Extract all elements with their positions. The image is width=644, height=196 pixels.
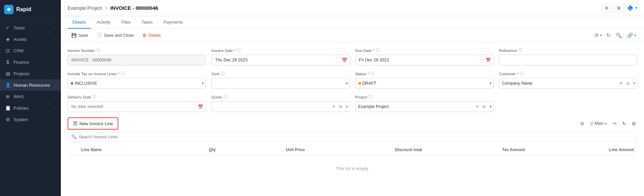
finance-icon: $ <box>5 59 11 65</box>
open-quote-btn[interactable]: ⧉ <box>337 104 344 109</box>
clear-quote-btn[interactable]: ✕ <box>330 104 337 109</box>
invoice-number-input[interactable] <box>68 55 206 65</box>
qty-col-header: Qty <box>172 145 219 155</box>
info-icon[interactable]: ⓘ <box>121 71 125 77</box>
rapid-logo-button[interactable]: ▾ <box>626 4 637 12</box>
human-resources-icon: 👤 <box>5 82 11 88</box>
due-date-input[interactable] <box>355 55 494 65</box>
refresh-lines-button[interactable]: ↻ <box>621 119 628 128</box>
breadcrumb-project[interactable]: Example Project <box>68 5 102 11</box>
status-select[interactable]: DRAFT ▾ <box>355 78 494 89</box>
table-row: This list is empty. <box>68 155 637 182</box>
select-dropdown-btn[interactable]: ▾ <box>488 104 493 109</box>
header-copy-button[interactable]: ⧉ <box>602 4 611 12</box>
chevron-icon: › <box>55 49 56 53</box>
customer-field: Customer * ⓘ Company Name ✕ ⧉ ▾ <box>499 71 637 89</box>
app-logo-text: Rapid <box>16 6 31 12</box>
invoice-date-input[interactable] <box>211 55 350 65</box>
link-icon: 🔗 <box>627 32 633 38</box>
info-icon[interactable]: ⓘ <box>221 71 225 77</box>
project-select[interactable]: Example Project ✕ ⧉ ▾ <box>355 101 494 112</box>
search-toolbar-button[interactable]: 🔍 <box>614 31 623 40</box>
top-header: Example Project > INVOICE - 00000046 ⧉ ⊞… <box>61 0 644 16</box>
edit-lines-button[interactable]: ✏ <box>612 119 618 128</box>
select-dropdown-btn[interactable]: ▾ <box>488 81 493 86</box>
select-dropdown-btn[interactable]: ▾ <box>344 104 350 109</box>
save-close-label: Save and Close <box>104 33 134 38</box>
info-icon[interactable]: ⓘ <box>368 94 373 100</box>
info-icon[interactable]: ⓘ <box>376 48 380 53</box>
form-row-3: Delivery Date ⓘ 📅 Quote ⓘ ✕ <box>68 94 637 112</box>
crm-icon: ⊡ <box>5 48 11 53</box>
status-label: Status * ⓘ <box>355 71 494 77</box>
info-icon[interactable]: ⓘ <box>518 48 522 53</box>
tab-tasks[interactable]: Tasks <box>137 16 157 29</box>
delivery-date-label: Delivery Date ⓘ <box>68 94 206 100</box>
sidebar-item-system-label: System <box>14 117 28 122</box>
delete-button[interactable]: 🗑 Delete <box>139 31 165 40</box>
tab-details[interactable]: Details <box>68 16 91 29</box>
sidebar-item-projects-label: Projects <box>14 71 29 76</box>
reference-input[interactable] <box>499 55 637 65</box>
header-grid-button[interactable]: ⊞ <box>614 4 624 12</box>
info-icon[interactable]: ⓘ <box>92 94 96 100</box>
required-marker: * <box>367 72 369 76</box>
sidebar-item-assets[interactable]: ◈ Assets › <box>0 33 61 45</box>
info-icon[interactable]: ⓘ <box>223 94 228 100</box>
tab-payments[interactable]: Payments <box>159 16 188 29</box>
open-project-btn[interactable]: ⧉ <box>481 104 487 109</box>
sidebar-item-projects[interactable]: ▤ Projects › <box>0 68 61 79</box>
save-close-button[interactable]: 📄 Save and Close <box>93 31 138 40</box>
sidebar-item-crm[interactable]: ⊡ CRM › <box>0 45 61 56</box>
sidebar-item-system[interactable]: ⚙ System › <box>0 114 61 125</box>
sent-select[interactable]: ▾ <box>211 78 350 89</box>
projects-icon: ▤ <box>5 71 11 76</box>
sidebar-item-whs[interactable]: ⊕ WHS › <box>0 91 61 102</box>
tabs-bar: Details Activity Files Tasks Payments <box>61 16 644 29</box>
refresh-button[interactable]: ↻ <box>605 31 612 40</box>
tab-activity[interactable]: Activity <box>92 16 115 29</box>
sidebar-item-policies[interactable]: 📋 Policies › <box>0 102 61 114</box>
sidebar-item-human-resources[interactable]: 👤 Human Resources › <box>0 79 61 91</box>
chevron-icon: › <box>55 60 56 64</box>
select-dropdown-btn[interactable]: ▾ <box>200 81 206 86</box>
drag-col-header <box>68 145 78 155</box>
include-tax-select[interactable]: INCLUSIVE ▾ <box>68 78 206 89</box>
search-lines-wrapper: 🔍 <box>68 132 637 141</box>
info-icon[interactable]: ⓘ <box>96 48 100 53</box>
copy-lines-button[interactable]: ⧉ <box>579 119 585 128</box>
due-date-label: Due Date * ⓘ <box>355 48 494 53</box>
customer-select[interactable]: Company Name ✕ ⧉ ▾ <box>499 78 637 89</box>
filter-button[interactable]: ▽ Main ▾ <box>588 120 609 128</box>
quote-select[interactable]: ✕ ⧉ ▾ <box>211 101 350 112</box>
sidebar-item-finance[interactable]: $ Finance › <box>0 56 61 68</box>
sidebar-item-tasks-label: Tasks <box>14 25 25 30</box>
grid-icon: ⊞ <box>617 5 621 10</box>
breadcrumb-invoice: INVOICE - 00000046 <box>110 5 158 11</box>
link-button[interactable]: 🔗 ▾ <box>625 31 637 40</box>
open-customer-btn[interactable]: ⧉ <box>625 81 631 86</box>
toolbar-right: ⟳ ▾ ↻ 🔍 🔗 ▾ <box>593 31 637 40</box>
delivery-date-input[interactable] <box>68 101 206 112</box>
search-lines-input[interactable] <box>79 135 634 139</box>
select-dropdown-btn[interactable]: ▾ <box>344 81 350 86</box>
info-icon[interactable]: ⓘ <box>371 71 375 77</box>
select-dropdown-btn[interactable]: ▾ <box>631 81 637 86</box>
layout-lines-button[interactable]: ⊞ <box>630 119 637 128</box>
customer-value: Company Name <box>499 79 618 87</box>
search-icon: 🔍 <box>71 134 77 139</box>
history-button[interactable]: ⟳ ▾ <box>593 31 603 40</box>
sidebar-item-crm-label: CRM <box>14 48 24 53</box>
tab-files[interactable]: Files <box>117 16 135 29</box>
sidebar-item-tasks[interactable]: ✓ Tasks › <box>0 22 61 33</box>
chevron-icon: › <box>55 26 56 30</box>
info-icon[interactable]: ⓘ <box>520 71 524 77</box>
new-invoice-line-button[interactable]: ☰ New Invoice Line <box>68 117 118 130</box>
clear-project-btn[interactable]: ✕ <box>474 104 481 109</box>
include-tax-field: Include Tax on Invoice Lines * ⓘ INCLUSI… <box>68 71 206 89</box>
invoice-date-field: Invoice Date * ⓘ 📅 <box>211 48 350 65</box>
info-icon[interactable]: ⓘ <box>237 48 241 53</box>
clear-customer-btn[interactable]: ✕ <box>618 81 624 86</box>
save-button[interactable]: 💾 Save <box>68 31 92 40</box>
empty-col <box>499 94 637 112</box>
